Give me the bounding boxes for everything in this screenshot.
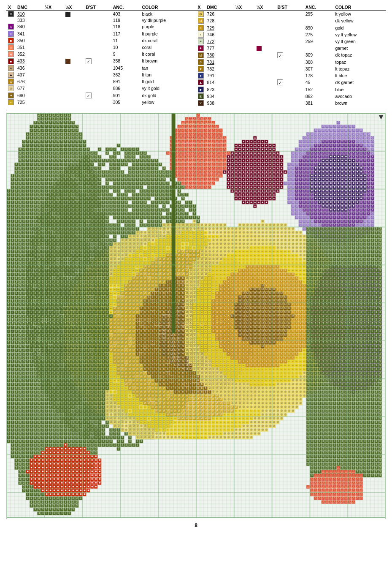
- table-row: ✦ 680 ✓ 901 dk gold: [6, 92, 196, 98]
- table-row: X 938 381 brown: [196, 100, 386, 106]
- anc-780: 309: [304, 52, 334, 58]
- dmc-677: 677: [16, 85, 43, 92]
- anc-333: 119: [111, 17, 141, 23]
- table-row: ▲ 814 ✓ 45 dk garnet: [196, 79, 386, 86]
- anc-725: 305: [111, 99, 141, 106]
- table-row: ▲ 437 362 lt tan: [6, 71, 196, 78]
- color-780: dk topaz: [333, 52, 386, 58]
- symbol-823: ■: [198, 87, 204, 93]
- col-header-anc: ANC.: [111, 4, 141, 11]
- symbol-782: ♥: [198, 66, 204, 72]
- dmc-310: 310: [16, 11, 43, 18]
- anc-938: 381: [304, 100, 334, 106]
- col-header-dmc: DMC: [16, 4, 43, 11]
- anc-341: 117: [111, 30, 141, 37]
- anc-433: 358: [111, 57, 141, 64]
- color-676: lt gold: [140, 78, 196, 85]
- dmc-781: 781: [205, 59, 234, 65]
- table-row: + 772 259 vy lt green: [196, 38, 386, 45]
- page-number-text: 8: [195, 522, 197, 528]
- color-781: topaz: [333, 59, 386, 65]
- color-746: vy lt yellow: [333, 31, 386, 38]
- symbol-746: \: [198, 32, 204, 38]
- anc-340: 118: [111, 23, 141, 30]
- dmc-938: 938: [205, 100, 234, 106]
- dmc-340: 340: [16, 23, 43, 30]
- table-row: Θ 676 891 lt gold: [6, 78, 196, 85]
- color-437: lt tan: [140, 71, 196, 78]
- dmc-777: 777: [205, 45, 234, 52]
- symbol-437: ▲: [8, 72, 14, 78]
- color-729: gold: [333, 24, 386, 31]
- dmc-823: 823: [205, 86, 234, 93]
- color-728: dk yellow: [333, 17, 386, 24]
- symbol-728: И: [198, 18, 204, 24]
- symbol-781: 6: [198, 59, 204, 65]
- color-726: lt yellow: [333, 11, 386, 18]
- col-header-dmc-r: DMC: [205, 4, 234, 11]
- table-row: \ 746 275 vy lt yellow: [196, 31, 386, 38]
- table-row: ■ 433 ✓ 358 lt brown: [6, 57, 196, 64]
- anc-772: 259: [304, 38, 334, 45]
- col-header-color-r: COLOR: [333, 4, 386, 11]
- dmc-350: 350: [16, 37, 43, 44]
- color-791: lt blue: [333, 72, 386, 79]
- anc-726: 295: [304, 11, 334, 18]
- table-row: ⊙ 341 117 lt purple: [6, 30, 196, 37]
- symbol-725: ←: [8, 99, 14, 105]
- symbol-680: ✦: [8, 93, 14, 98]
- legend-section: X DMC ¼X ½X B'ST ANC. COLOR X 310: [6, 4, 386, 106]
- table-row: ▲ 436 1045 tan: [6, 65, 196, 71]
- dmc-729: 729: [205, 24, 234, 31]
- col-header-qx-r: ¼X: [234, 4, 255, 11]
- anc-781: 308: [304, 59, 334, 65]
- symbol-436: ▲: [8, 65, 14, 71]
- symbol-780: M: [198, 52, 204, 58]
- symbol-350: ■: [8, 38, 14, 44]
- color-823: blue: [333, 86, 386, 93]
- anc-676: 891: [111, 78, 141, 85]
- color-677: vy lt gold: [140, 85, 196, 92]
- symbol-676: Θ: [8, 79, 14, 84]
- symbol-772: +: [198, 38, 204, 44]
- anc-352: 9: [111, 51, 141, 57]
- anc-791: 178: [304, 72, 334, 79]
- color-333: vy dk purple: [140, 17, 196, 23]
- dmc-680: 680: [16, 92, 43, 98]
- anc-680: 901: [111, 92, 141, 98]
- col-header-x-r: X: [196, 4, 205, 11]
- bst-check-680: ✓: [86, 93, 92, 98]
- dmc-352: 352: [16, 51, 43, 57]
- dmc-725: 725: [16, 99, 43, 106]
- cross-stitch-canvas: [7, 113, 385, 518]
- symbol-677: △: [8, 85, 14, 91]
- symbol-777: ✦: [198, 45, 204, 51]
- col-header-x: X: [6, 4, 16, 11]
- anc-777: [304, 45, 334, 52]
- anc-746: 275: [304, 31, 334, 38]
- grid-section: [6, 113, 386, 519]
- dmc-728: 728: [205, 17, 234, 24]
- table-row: 6 781 308 topaz: [196, 59, 386, 65]
- table-row: △ 677 886 vy lt gold: [6, 85, 196, 92]
- col-header-qx: ¼X: [43, 4, 64, 11]
- table-row: ■ 823 152 blue: [196, 86, 386, 93]
- dmc-934: 934: [205, 93, 234, 100]
- anc-729: 890: [304, 24, 334, 31]
- legend-left: X DMC ¼X ½X B'ST ANC. COLOR X 310: [6, 4, 196, 106]
- anc-436: 1045: [111, 65, 141, 71]
- symbol-729: X: [198, 25, 204, 31]
- anc-782: 307: [304, 65, 334, 72]
- symbol-341: ⊙: [8, 31, 14, 37]
- color-436: tan: [140, 65, 196, 71]
- dmc-726: 726: [205, 11, 234, 18]
- symbol-934: E: [198, 93, 204, 99]
- table-row: ♥ 782 307 lt topaz: [196, 65, 386, 72]
- color-350: dk coral: [140, 37, 196, 44]
- dmc-436: 436: [16, 65, 43, 71]
- dmc-351: 351: [16, 44, 43, 51]
- symbol-352: ▲: [8, 51, 14, 57]
- anc-814: 45: [304, 79, 334, 86]
- dmc-676: 676: [16, 78, 43, 85]
- color-725: yellow: [140, 99, 196, 106]
